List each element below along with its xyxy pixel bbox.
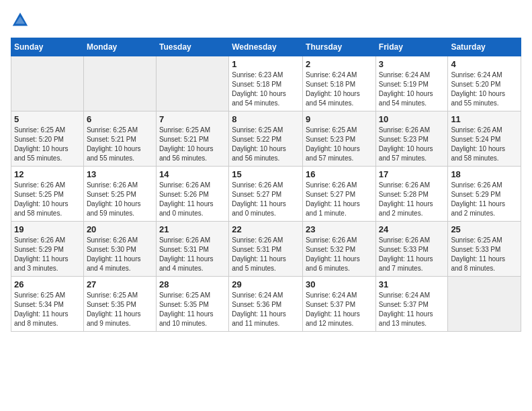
day-number: 30 bbox=[306, 279, 373, 289]
day-number: 5 bbox=[14, 114, 81, 124]
day-number: 2 bbox=[306, 59, 373, 69]
day-number: 7 bbox=[159, 114, 226, 124]
calendar-cell: 17Sunrise: 6:26 AMSunset: 5:28 PMDayligh… bbox=[375, 167, 448, 222]
calendar-cell bbox=[83, 56, 156, 111]
day-info: Sunrise: 6:24 AMSunset: 5:19 PMDaylight:… bbox=[379, 71, 445, 108]
day-number: 3 bbox=[379, 59, 445, 69]
logo bbox=[11, 11, 32, 30]
day-number: 20 bbox=[87, 224, 153, 234]
weekday-header: Thursday bbox=[303, 38, 376, 56]
calendar-cell: 7Sunrise: 6:25 AMSunset: 5:21 PMDaylight… bbox=[156, 111, 228, 167]
day-info: Sunrise: 6:23 AMSunset: 5:18 PMDaylight:… bbox=[232, 71, 300, 108]
weekday-header: Monday bbox=[83, 38, 156, 56]
day-info: Sunrise: 6:26 AMSunset: 5:26 PMDaylight:… bbox=[159, 181, 226, 218]
calendar-cell: 21Sunrise: 6:26 AMSunset: 5:31 PMDayligh… bbox=[156, 222, 228, 277]
calendar-cell: 18Sunrise: 6:26 AMSunset: 5:29 PMDayligh… bbox=[448, 167, 521, 222]
calendar-cell: 1Sunrise: 6:23 AMSunset: 5:18 PMDaylight… bbox=[229, 56, 303, 111]
day-info: Sunrise: 6:26 AMSunset: 5:29 PMDaylight:… bbox=[451, 181, 518, 218]
day-info: Sunrise: 6:24 AMSunset: 5:37 PMDaylight:… bbox=[379, 291, 445, 328]
calendar-cell: 13Sunrise: 6:26 AMSunset: 5:25 PMDayligh… bbox=[83, 167, 156, 222]
day-info: Sunrise: 6:25 AMSunset: 5:22 PMDaylight:… bbox=[232, 126, 300, 163]
day-number: 9 bbox=[306, 114, 373, 124]
day-info: Sunrise: 6:26 AMSunset: 5:32 PMDaylight:… bbox=[306, 236, 373, 273]
calendar-cell bbox=[11, 56, 84, 111]
calendar-table: SundayMondayTuesdayWednesdayThursdayFrid… bbox=[11, 38, 521, 332]
calendar-cell: 3Sunrise: 6:24 AMSunset: 5:19 PMDaylight… bbox=[375, 56, 448, 111]
day-info: Sunrise: 6:25 AMSunset: 5:33 PMDaylight:… bbox=[451, 236, 518, 273]
day-info: Sunrise: 6:26 AMSunset: 5:31 PMDaylight:… bbox=[159, 236, 226, 273]
calendar-cell: 5Sunrise: 6:25 AMSunset: 5:20 PMDaylight… bbox=[11, 111, 84, 167]
day-number: 21 bbox=[159, 224, 226, 234]
calendar-cell: 15Sunrise: 6:26 AMSunset: 5:27 PMDayligh… bbox=[229, 167, 303, 222]
calendar-cell: 2Sunrise: 6:24 AMSunset: 5:18 PMDaylight… bbox=[303, 56, 376, 111]
day-number: 18 bbox=[451, 169, 518, 179]
calendar-cell: 24Sunrise: 6:26 AMSunset: 5:33 PMDayligh… bbox=[375, 222, 448, 277]
day-number: 31 bbox=[379, 279, 445, 289]
day-info: Sunrise: 6:26 AMSunset: 5:23 PMDaylight:… bbox=[379, 126, 445, 163]
day-number: 25 bbox=[451, 224, 518, 234]
day-info: Sunrise: 6:25 AMSunset: 5:34 PMDaylight:… bbox=[14, 291, 81, 328]
weekday-header: Saturday bbox=[448, 38, 521, 56]
day-number: 1 bbox=[232, 59, 300, 69]
day-info: Sunrise: 6:26 AMSunset: 5:29 PMDaylight:… bbox=[14, 236, 81, 273]
day-number: 11 bbox=[451, 114, 518, 124]
day-info: Sunrise: 6:26 AMSunset: 5:33 PMDaylight:… bbox=[379, 236, 445, 273]
day-info: Sunrise: 6:25 AMSunset: 5:35 PMDaylight:… bbox=[87, 291, 153, 328]
day-number: 22 bbox=[232, 224, 300, 234]
calendar-cell: 30Sunrise: 6:24 AMSunset: 5:37 PMDayligh… bbox=[303, 277, 376, 332]
calendar-cell: 8Sunrise: 6:25 AMSunset: 5:22 PMDaylight… bbox=[229, 111, 303, 167]
day-number: 19 bbox=[14, 224, 81, 234]
day-number: 24 bbox=[379, 224, 445, 234]
calendar-cell: 6Sunrise: 6:25 AMSunset: 5:21 PMDaylight… bbox=[83, 111, 156, 167]
day-info: Sunrise: 6:26 AMSunset: 5:27 PMDaylight:… bbox=[232, 181, 300, 218]
day-info: Sunrise: 6:25 AMSunset: 5:20 PMDaylight:… bbox=[14, 126, 81, 163]
calendar-cell: 11Sunrise: 6:26 AMSunset: 5:24 PMDayligh… bbox=[448, 111, 521, 167]
day-number: 29 bbox=[232, 279, 300, 289]
day-info: Sunrise: 6:26 AMSunset: 5:25 PMDaylight:… bbox=[14, 181, 81, 218]
day-info: Sunrise: 6:24 AMSunset: 5:36 PMDaylight:… bbox=[232, 291, 300, 328]
calendar-cell: 4Sunrise: 6:24 AMSunset: 5:20 PMDaylight… bbox=[448, 56, 521, 111]
calendar-cell: 27Sunrise: 6:25 AMSunset: 5:35 PMDayligh… bbox=[83, 277, 156, 332]
day-number: 28 bbox=[159, 279, 226, 289]
logo-icon bbox=[11, 11, 30, 30]
day-number: 6 bbox=[87, 114, 153, 124]
day-number: 8 bbox=[232, 114, 300, 124]
weekday-header: Wednesday bbox=[229, 38, 303, 56]
calendar-header: SundayMondayTuesdayWednesdayThursdayFrid… bbox=[11, 38, 521, 56]
calendar-cell: 20Sunrise: 6:26 AMSunset: 5:30 PMDayligh… bbox=[83, 222, 156, 277]
day-info: Sunrise: 6:26 AMSunset: 5:24 PMDaylight:… bbox=[451, 126, 518, 163]
day-number: 12 bbox=[14, 169, 81, 179]
header bbox=[11, 11, 521, 30]
day-info: Sunrise: 6:25 AMSunset: 5:21 PMDaylight:… bbox=[159, 126, 226, 163]
day-info: Sunrise: 6:24 AMSunset: 5:18 PMDaylight:… bbox=[306, 71, 373, 108]
calendar-cell bbox=[156, 56, 228, 111]
day-info: Sunrise: 6:26 AMSunset: 5:31 PMDaylight:… bbox=[232, 236, 300, 273]
day-info: Sunrise: 6:26 AMSunset: 5:25 PMDaylight:… bbox=[87, 181, 153, 218]
calendar-cell: 14Sunrise: 6:26 AMSunset: 5:26 PMDayligh… bbox=[156, 167, 228, 222]
day-number: 27 bbox=[87, 279, 153, 289]
calendar-cell: 25Sunrise: 6:25 AMSunset: 5:33 PMDayligh… bbox=[448, 222, 521, 277]
calendar-cell: 9Sunrise: 6:25 AMSunset: 5:23 PMDaylight… bbox=[303, 111, 376, 167]
day-number: 14 bbox=[159, 169, 226, 179]
calendar-cell: 29Sunrise: 6:24 AMSunset: 5:36 PMDayligh… bbox=[229, 277, 303, 332]
day-info: Sunrise: 6:24 AMSunset: 5:37 PMDaylight:… bbox=[306, 291, 373, 328]
day-info: Sunrise: 6:26 AMSunset: 5:27 PMDaylight:… bbox=[306, 181, 373, 218]
calendar-cell: 31Sunrise: 6:24 AMSunset: 5:37 PMDayligh… bbox=[375, 277, 448, 332]
day-number: 17 bbox=[379, 169, 445, 179]
calendar-cell: 28Sunrise: 6:25 AMSunset: 5:35 PMDayligh… bbox=[156, 277, 228, 332]
weekday-header: Friday bbox=[375, 38, 448, 56]
day-info: Sunrise: 6:25 AMSunset: 5:21 PMDaylight:… bbox=[87, 126, 153, 163]
weekday-header: Sunday bbox=[11, 38, 84, 56]
day-number: 26 bbox=[14, 279, 81, 289]
calendar-cell: 26Sunrise: 6:25 AMSunset: 5:34 PMDayligh… bbox=[11, 277, 84, 332]
day-info: Sunrise: 6:25 AMSunset: 5:23 PMDaylight:… bbox=[306, 126, 373, 163]
day-info: Sunrise: 6:26 AMSunset: 5:30 PMDaylight:… bbox=[87, 236, 153, 273]
calendar-cell bbox=[448, 277, 521, 332]
calendar-cell: 23Sunrise: 6:26 AMSunset: 5:32 PMDayligh… bbox=[303, 222, 376, 277]
day-number: 23 bbox=[306, 224, 373, 234]
day-info: Sunrise: 6:26 AMSunset: 5:28 PMDaylight:… bbox=[379, 181, 445, 218]
day-number: 13 bbox=[87, 169, 153, 179]
day-info: Sunrise: 6:25 AMSunset: 5:35 PMDaylight:… bbox=[159, 291, 226, 328]
day-number: 15 bbox=[232, 169, 300, 179]
day-number: 16 bbox=[306, 169, 373, 179]
